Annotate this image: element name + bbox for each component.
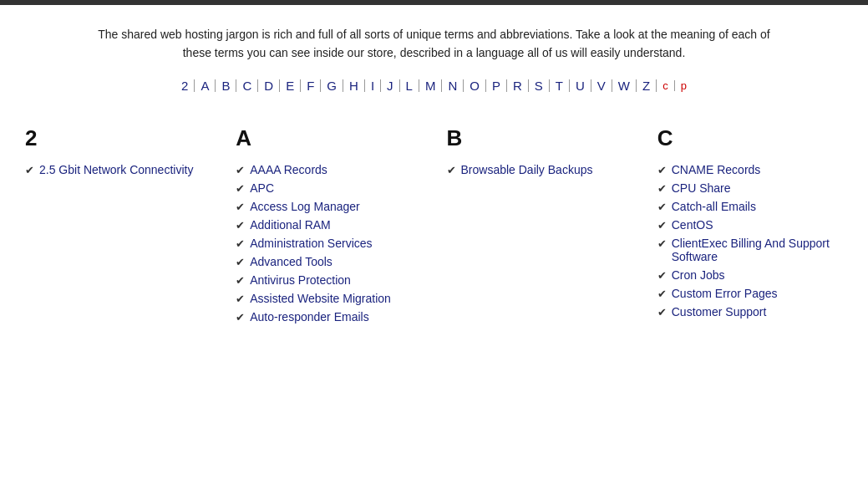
nav-letter-L[interactable]: L: [400, 79, 419, 92]
nav-letter-J[interactable]: J: [381, 79, 400, 92]
term-link[interactable]: Browsable Daily Backups: [461, 163, 593, 176]
term-link[interactable]: Advanced Tools: [250, 255, 332, 268]
checkmark-icon: ✔: [236, 164, 245, 176]
term-link[interactable]: Access Log Manager: [250, 200, 360, 213]
term-link[interactable]: Additional RAM: [250, 218, 331, 232]
intro-section: The shared web hosting jargon is rich an…: [92, 25, 777, 63]
nav-letter-W[interactable]: W: [612, 79, 637, 92]
nav-letter-D[interactable]: D: [258, 79, 280, 92]
term-link[interactable]: APC: [250, 181, 274, 195]
nav-letter-Z[interactable]: Z: [637, 79, 657, 92]
nav-letter-T[interactable]: T: [550, 79, 570, 92]
list-item: ✔Assisted Website Migration: [236, 292, 421, 305]
top-bar: [0, 0, 868, 5]
checkmark-icon: ✔: [657, 288, 667, 300]
column-col-b: B✔Browsable Daily Backups: [439, 125, 641, 329]
nav-letter-V[interactable]: V: [591, 79, 612, 92]
column-col-2: 2✔2.5 Gbit Network Connectivity: [17, 125, 219, 329]
list-item: ✔Catch-all Emails: [657, 200, 843, 213]
list-item: ✔Access Log Manager: [236, 200, 421, 213]
term-link[interactable]: CentOS: [672, 218, 713, 232]
checkmark-icon: ✔: [657, 237, 667, 250]
checkmark-icon: ✔: [236, 182, 245, 195]
list-item: ✔AAAA Records: [236, 163, 421, 176]
list-item: ✔Advanced Tools: [236, 255, 421, 268]
term-link[interactable]: Customer Support: [672, 305, 767, 318]
term-list-col-c: ✔CNAME Records✔CPU Share✔Catch-all Email…: [657, 163, 843, 318]
term-list-col-b: ✔Browsable Daily Backups: [447, 163, 632, 176]
checkmark-icon: ✔: [447, 164, 456, 176]
nav-letter-P[interactable]: P: [486, 79, 507, 92]
term-link[interactable]: ClientExec Billing And Support Software: [672, 237, 843, 263]
nav-letter-F[interactable]: F: [301, 79, 321, 92]
column-header-col-c: C: [657, 125, 843, 151]
term-link[interactable]: Cron Jobs: [672, 268, 725, 282]
term-list-col-a: ✔AAAA Records✔APC✔Access Log Manager✔Add…: [236, 163, 421, 324]
checkmark-icon: ✔: [657, 201, 667, 213]
checkmark-icon: ✔: [657, 269, 667, 282]
list-item: ✔Administration Services: [236, 237, 421, 250]
checkmark-icon: ✔: [236, 219, 245, 232]
term-list-col-2: ✔2.5 Gbit Network Connectivity: [25, 163, 211, 176]
checkmark-icon: ✔: [657, 306, 667, 318]
term-link[interactable]: CNAME Records: [672, 163, 761, 176]
nav-letter-S[interactable]: S: [529, 79, 550, 92]
list-item: ✔CNAME Records: [657, 163, 843, 176]
checkmark-icon: ✔: [236, 293, 245, 305]
term-link[interactable]: 2.5 Gbit Network Connectivity: [39, 163, 193, 176]
nav-letter-G[interactable]: G: [321, 79, 343, 92]
nav-letter-N[interactable]: N: [442, 79, 464, 92]
nav-letter-2[interactable]: 2: [175, 79, 195, 92]
list-item: ✔ClientExec Billing And Support Software: [657, 237, 843, 263]
nav-letter-U[interactable]: U: [570, 79, 591, 92]
checkmark-icon: ✔: [236, 201, 245, 213]
list-item: ✔2.5 Gbit Network Connectivity: [25, 163, 211, 176]
term-link[interactable]: Administration Services: [250, 237, 372, 250]
list-item: ✔Customer Support: [657, 305, 843, 318]
column-header-col-a: A: [236, 125, 421, 151]
list-item: ✔Antivirus Protection: [236, 273, 421, 287]
nav-letter-C[interactable]: C: [236, 79, 258, 92]
checkmark-icon: ✔: [657, 182, 667, 195]
term-link[interactable]: AAAA Records: [250, 163, 327, 176]
list-item: ✔Auto-responder Emails: [236, 310, 421, 324]
alphabet-nav: 2ABCDEFGHIJLMNOPRSTUVWZcp: [0, 79, 868, 92]
term-link[interactable]: Catch-all Emails: [672, 200, 756, 213]
term-link[interactable]: Custom Error Pages: [672, 287, 778, 300]
checkmark-icon: ✔: [236, 274, 245, 287]
column-col-c: C✔CNAME Records✔CPU Share✔Catch-all Emai…: [649, 125, 851, 329]
list-item: ✔Cron Jobs: [657, 268, 843, 282]
column-header-col-2: 2: [25, 125, 211, 151]
term-link[interactable]: Auto-responder Emails: [250, 310, 368, 324]
intro-text: The shared web hosting jargon is rich an…: [98, 28, 769, 59]
list-item: ✔Browsable Daily Backups: [447, 163, 632, 176]
nav-letter-p[interactable]: p: [675, 80, 693, 91]
checkmark-icon: ✔: [25, 164, 34, 176]
term-link[interactable]: Assisted Website Migration: [250, 292, 391, 305]
nav-letter-O[interactable]: O: [464, 79, 486, 92]
list-item: ✔CentOS: [657, 218, 843, 232]
checkmark-icon: ✔: [657, 164, 667, 176]
nav-letter-M[interactable]: M: [419, 79, 443, 92]
nav-letter-A[interactable]: A: [195, 79, 216, 92]
nav-letter-E[interactable]: E: [280, 79, 301, 92]
term-link[interactable]: CPU Share: [672, 181, 731, 195]
term-link[interactable]: Antivirus Protection: [250, 273, 351, 287]
nav-letter-H[interactable]: H: [343, 79, 365, 92]
column-header-col-b: B: [447, 125, 632, 151]
list-item: ✔CPU Share: [657, 181, 843, 195]
column-col-a: A✔AAAA Records✔APC✔Access Log Manager✔Ad…: [227, 125, 429, 329]
columns-container: 2✔2.5 Gbit Network ConnectivityA✔AAAA Re…: [0, 117, 868, 354]
nav-letter-I[interactable]: I: [365, 79, 381, 92]
checkmark-icon: ✔: [657, 219, 667, 232]
nav-letter-c[interactable]: c: [657, 80, 675, 91]
list-item: ✔Custom Error Pages: [657, 287, 843, 300]
list-item: ✔APC: [236, 181, 421, 195]
nav-letter-R[interactable]: R: [507, 79, 529, 92]
checkmark-icon: ✔: [236, 256, 245, 268]
nav-letter-B[interactable]: B: [216, 79, 236, 92]
checkmark-icon: ✔: [236, 237, 245, 250]
list-item: ✔Additional RAM: [236, 218, 421, 232]
checkmark-icon: ✔: [236, 311, 245, 324]
